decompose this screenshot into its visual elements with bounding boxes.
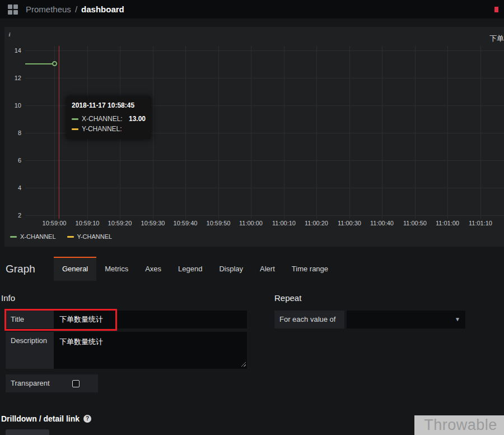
- gridline: [480, 46, 481, 219]
- tooltip-row: Y-CHANNEL:: [72, 124, 146, 134]
- tooltip-row: X-CHANNEL: 13.00: [72, 114, 146, 124]
- drilldown-heading: Drilldown / detail link: [1, 414, 80, 423]
- data-point-marker: [52, 61, 57, 66]
- tooltip-series-value: 13.00: [129, 115, 146, 123]
- series-color-dash-icon: [72, 128, 78, 130]
- gridline: [153, 46, 153, 219]
- grid-icon[interactable]: [8, 4, 18, 15]
- x-axis-tick: 10:59:50: [202, 220, 235, 226]
- gridline: [284, 46, 284, 219]
- gridline: [447, 46, 448, 219]
- y-axis-tick: 14: [6, 46, 21, 55]
- x-axis-tick: 11:00:40: [365, 220, 399, 226]
- editor-tab-bar: General Metrics Axes Legend Display Aler…: [54, 257, 337, 281]
- x-axis-tick: 11:00:30: [333, 220, 366, 226]
- top-nav: Prometheus / dashboard: [0, 0, 504, 18]
- chevron-down-icon: ▼: [455, 311, 460, 328]
- description-field-label: Description: [6, 332, 54, 369]
- gridline: [185, 46, 186, 219]
- help-icon[interactable]: ?: [83, 415, 91, 423]
- tab-metrics[interactable]: Metrics: [96, 257, 137, 281]
- partial-button[interactable]: [6, 429, 49, 435]
- gridline: [25, 160, 504, 161]
- editor-panel-type-title: Graph: [6, 257, 35, 281]
- x-axis-tick: 1: [496, 220, 504, 226]
- gridline: [218, 46, 219, 219]
- info-section-heading: Info: [1, 293, 15, 303]
- y-axis-tick: 2: [6, 211, 21, 220]
- graph-tooltip: 2018-11-17 10:58:45 X-CHANNEL: 13.00 Y-C…: [66, 96, 151, 139]
- y-axis-tick: 12: [6, 73, 21, 82]
- tab-display[interactable]: Display: [211, 257, 251, 281]
- tooltip-series-label: Y-CHANNEL:: [82, 125, 122, 133]
- drilldown-section: Drilldown / detail link ?: [1, 414, 91, 423]
- tab-axes[interactable]: Axes: [137, 257, 170, 281]
- gridline: [316, 46, 317, 219]
- breadcrumb-root[interactable]: Prometheus: [26, 4, 71, 14]
- gridline: [25, 215, 504, 216]
- graph-panel: i 下单 14 12 10 8 6 4 2: [4, 27, 504, 247]
- tab-time-range[interactable]: Time range: [283, 257, 337, 281]
- breadcrumb-separator: /: [75, 4, 77, 14]
- gridline: [25, 188, 504, 188]
- gridline: [54, 46, 55, 219]
- x-axis-tick: 11:00:00: [234, 220, 268, 226]
- watermark: Throwable: [414, 415, 504, 435]
- transparent-field-label: Transparent: [6, 374, 54, 392]
- gridline: [382, 46, 382, 219]
- transparent-switch-cell: [54, 374, 98, 392]
- graph-legend: X-CHANNEL Y-CHANNEL: [10, 233, 112, 240]
- tooltip-timestamp: 2018-11-17 10:58:45: [72, 101, 146, 109]
- description-textarea[interactable]: 下单数量统计: [54, 332, 247, 369]
- plot-area[interactable]: 10:59:00 10:59:10 10:59:20 10:59:30 10:5…: [25, 46, 504, 219]
- tooltip-series-label: X-CHANNEL:: [82, 115, 123, 123]
- tab-general[interactable]: General: [54, 257, 96, 281]
- title-field-label: Title: [6, 311, 54, 328]
- y-axis-tick: 10: [6, 101, 21, 110]
- x-axis-tick: 11:00:50: [398, 220, 432, 226]
- legend-item-x-channel[interactable]: X-CHANNEL: [10, 233, 56, 240]
- page: Prometheus / dashboard i 下单 14 12 10 8 6…: [0, 0, 504, 435]
- x-axis-tick: 11:00:20: [300, 220, 333, 226]
- legend-label: X-CHANNEL: [20, 233, 56, 240]
- tab-legend[interactable]: Legend: [170, 257, 211, 281]
- tab-alert[interactable]: Alert: [251, 257, 283, 281]
- crosshair-line: [59, 46, 59, 219]
- panel-info-icon[interactable]: i: [6, 30, 13, 38]
- x-axis-tick: 11:01:10: [464, 220, 497, 226]
- gridline: [349, 46, 350, 219]
- breadcrumb-current[interactable]: dashboard: [81, 4, 124, 14]
- legend-item-y-channel[interactable]: Y-CHANNEL: [67, 233, 113, 240]
- y-axis-tick: 8: [6, 128, 21, 137]
- gridline: [25, 50, 504, 51]
- repeat-variable-dropdown[interactable]: ▼: [347, 311, 465, 328]
- x-axis-tick: 10:59:20: [103, 220, 137, 226]
- x-axis-tick: 10:59:00: [38, 220, 71, 226]
- legend-label: Y-CHANNEL: [77, 233, 113, 240]
- x-axis-tick: 10:59:40: [169, 220, 202, 226]
- title-input[interactable]: [54, 311, 247, 328]
- panel-title[interactable]: 下单: [489, 34, 504, 44]
- x-axis-tick: 11:00:10: [267, 220, 301, 226]
- series-color-dash-icon: [72, 118, 78, 120]
- transparent-checkbox[interactable]: [72, 380, 80, 387]
- series-color-dash-icon: [10, 236, 17, 238]
- repeat-section-heading: Repeat: [274, 293, 301, 303]
- series-line-x-channel: [25, 63, 55, 64]
- gridline: [251, 46, 251, 219]
- x-axis-tick: 10:59:30: [136, 220, 170, 226]
- x-axis-tick: 10:59:10: [71, 220, 104, 226]
- red-indicator: [494, 7, 498, 12]
- panel-editor: Graph General Metrics Axes Legend Displa…: [0, 248, 504, 435]
- y-axis-tick: 4: [6, 183, 21, 192]
- gridline: [415, 46, 416, 219]
- y-axis-tick: 6: [6, 156, 21, 165]
- gridline: [25, 78, 504, 78]
- x-axis-tick: 11:01:00: [431, 220, 464, 226]
- for-each-value-label: For each value of: [274, 311, 344, 328]
- series-color-dash-icon: [67, 236, 74, 238]
